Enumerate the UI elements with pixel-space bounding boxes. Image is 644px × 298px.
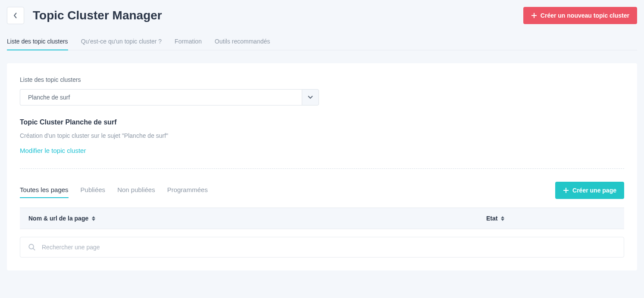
edit-cluster-link[interactable]: Modifier le topic cluster <box>20 147 86 154</box>
cluster-title: Topic Cluster Planche de surf <box>20 118 624 126</box>
pages-tabs: Toutes les pages Publiées Non publiées P… <box>20 183 208 198</box>
pages-tab-published[interactable]: Publiées <box>81 183 106 198</box>
chevron-left-icon <box>14 12 17 19</box>
header-left: Topic Cluster Manager <box>7 7 162 24</box>
tab-what-is[interactable]: Qu'est-ce qu'un topic cluster ? <box>81 34 162 50</box>
page-header: Topic Cluster Manager Créer un nouveau t… <box>7 7 637 24</box>
svg-marker-6 <box>501 216 504 218</box>
svg-point-8 <box>29 244 34 249</box>
search-wrapper <box>20 237 624 258</box>
svg-marker-7 <box>501 219 504 221</box>
create-page-button[interactable]: Créer une page <box>555 182 624 199</box>
cluster-list-label: Liste des topic clusters <box>20 76 624 83</box>
create-topic-cluster-button[interactable]: Créer un nouveau topic cluster <box>523 7 637 24</box>
cluster-select-value: Planche de surf <box>20 89 302 106</box>
page-title: Topic Cluster Manager <box>33 9 162 22</box>
svg-line-9 <box>33 248 35 251</box>
tab-cluster-list[interactable]: Liste des topic clusters <box>7 34 68 50</box>
sort-icon <box>92 216 95 221</box>
cluster-select-toggle[interactable] <box>302 89 319 106</box>
tab-training[interactable]: Formation <box>175 34 202 50</box>
main-tabs: Liste des topic clusters Qu'est-ce qu'un… <box>7 34 637 50</box>
pages-header-row: Toutes les pages Publiées Non publiées P… <box>20 182 624 199</box>
chevron-down-icon <box>308 96 313 99</box>
sort-icon <box>501 216 504 221</box>
pages-table-header: Nom & url de la page Etat <box>20 208 624 229</box>
pages-tab-unpublished[interactable]: Non publiées <box>117 183 155 198</box>
content-card: Liste des topic clusters Planche de surf… <box>7 63 637 270</box>
search-box[interactable] <box>20 237 624 258</box>
plus-icon <box>563 187 569 193</box>
pages-tab-all[interactable]: Toutes les pages <box>20 183 69 198</box>
svg-marker-4 <box>92 216 95 218</box>
create-page-label: Créer une page <box>572 187 616 194</box>
back-button[interactable] <box>7 7 24 24</box>
plus-icon <box>531 12 537 19</box>
cluster-description: Création d'un topic cluster sur le sujet… <box>20 132 624 139</box>
tab-tools[interactable]: Outils recommandés <box>215 34 270 50</box>
pages-tab-scheduled[interactable]: Programmées <box>167 183 208 198</box>
cluster-select[interactable]: Planche de surf <box>20 89 319 106</box>
divider <box>20 168 624 169</box>
svg-marker-5 <box>92 219 95 221</box>
column-state-label: Etat <box>486 215 497 222</box>
column-state[interactable]: Etat <box>486 215 616 222</box>
column-name-url[interactable]: Nom & url de la page <box>28 215 486 222</box>
search-icon <box>28 243 36 251</box>
search-input[interactable] <box>42 244 616 251</box>
create-topic-cluster-label: Créer un nouveau topic cluster <box>541 12 629 19</box>
column-name-label: Nom & url de la page <box>28 215 88 222</box>
